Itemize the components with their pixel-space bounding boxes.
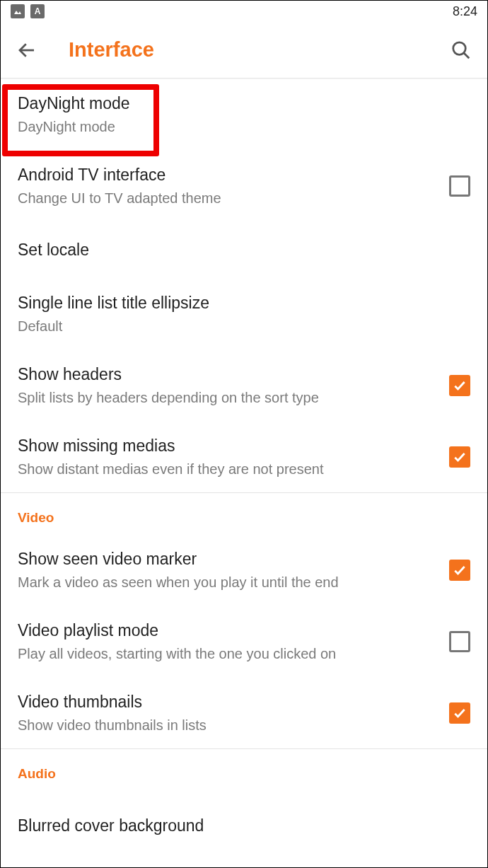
setting-title: Android TV interface	[18, 164, 438, 186]
setting-title: Show headers	[18, 364, 438, 386]
setting-subtitle: Mark a video as seen when you play it un…	[18, 573, 438, 591]
setting-subtitle: Show video thumbnails in lists	[18, 716, 438, 734]
search-button[interactable]	[449, 38, 473, 62]
svg-marker-0	[14, 11, 21, 14]
checkbox-android-tv[interactable]	[449, 175, 470, 197]
svg-point-2	[453, 42, 466, 54]
setting-subtitle: Default	[18, 317, 459, 335]
setting-video-playlist-mode[interactable]: Video playlist mode Play all videos, sta…	[1, 606, 487, 677]
section-header-audio: Audio	[1, 749, 487, 790]
setting-daynight-mode[interactable]: DayNight mode DayNight mode	[1, 79, 487, 150]
setting-title: Show seen video marker	[18, 548, 438, 570]
checkbox-show-headers[interactable]	[449, 375, 470, 396]
setting-title: DayNight mode	[18, 93, 459, 115]
setting-title: Blurred cover background	[18, 815, 459, 837]
setting-show-missing-medias[interactable]: Show missing medias Show distant medias …	[1, 421, 487, 492]
setting-ellipsize[interactable]: Single line list title ellipsize Default	[1, 278, 487, 349]
checkbox-video-thumbnails[interactable]	[449, 702, 470, 724]
setting-show-seen-video-marker[interactable]: Show seen video marker Mark a video as s…	[1, 534, 487, 606]
checkbox-seen-marker[interactable]	[449, 560, 470, 581]
setting-show-headers[interactable]: Show headers Split lists by headers depe…	[1, 349, 487, 421]
setting-title: Show missing medias	[18, 435, 438, 457]
setting-android-tv-interface[interactable]: Android TV interface Change UI to TV ada…	[1, 150, 487, 221]
setting-title: Single line list title ellipsize	[18, 292, 459, 314]
text-icon: A	[30, 4, 45, 18]
checkbox-show-missing[interactable]	[449, 446, 470, 468]
image-icon	[11, 4, 25, 18]
page-title: Interface	[69, 38, 449, 62]
app-bar: Interface	[1, 22, 487, 79]
section-header-video: Video	[1, 493, 487, 534]
setting-video-thumbnails[interactable]: Video thumbnails Show video thumbnails i…	[1, 677, 487, 748]
setting-subtitle: DayNight mode	[18, 117, 459, 136]
setting-title: Video thumbnails	[18, 691, 438, 713]
back-button[interactable]	[15, 38, 39, 62]
setting-subtitle: Change UI to TV adapted theme	[18, 189, 438, 207]
status-time: 8:24	[453, 4, 477, 19]
setting-subtitle: Play all videos, starting with the one y…	[18, 644, 438, 663]
setting-title: Video playlist mode	[18, 620, 438, 642]
checkbox-video-playlist[interactable]	[449, 631, 470, 652]
setting-blurred-cover-background[interactable]: Blurred cover background	[1, 790, 487, 847]
setting-set-locale[interactable]: Set locale	[1, 221, 487, 278]
setting-subtitle: Split lists by headers depending on the …	[18, 388, 438, 407]
settings-content: DayNight mode DayNight mode Android TV i…	[1, 79, 487, 847]
status-bar: A 8:24	[1, 1, 487, 22]
status-icons: A	[11, 4, 45, 18]
svg-line-3	[464, 52, 470, 58]
setting-title: Set locale	[18, 239, 459, 261]
setting-subtitle: Show distant medias even if they are not…	[18, 460, 438, 478]
